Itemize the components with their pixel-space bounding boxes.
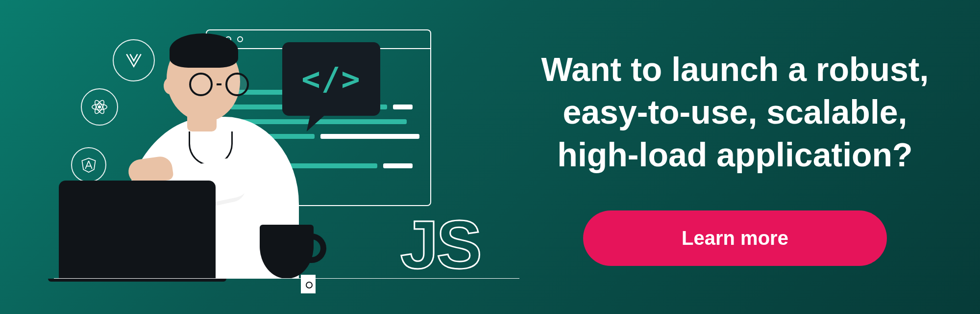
cta-section: Want to launch a robust, easy-to-use, sc… [539, 48, 980, 266]
laptop-icon [59, 181, 216, 279]
desk-line [54, 278, 519, 279]
learn-more-button[interactable]: Learn more [583, 210, 887, 266]
illustration: </> </> [0, 0, 539, 314]
js-text-icon: JS [400, 205, 480, 285]
coffee-mug-icon [260, 225, 314, 279]
window-dot-icon [237, 36, 243, 42]
glasses-icon [189, 73, 249, 96]
headline-text: Want to launch a robust, easy-to-use, sc… [539, 48, 931, 176]
angular-icon [71, 147, 106, 183]
code-speech-bubble: </> [282, 42, 380, 116]
promo-banner: </> </> [0, 0, 980, 314]
svg-point-0 [98, 106, 101, 108]
code-bracket-icon: </> [301, 61, 361, 97]
